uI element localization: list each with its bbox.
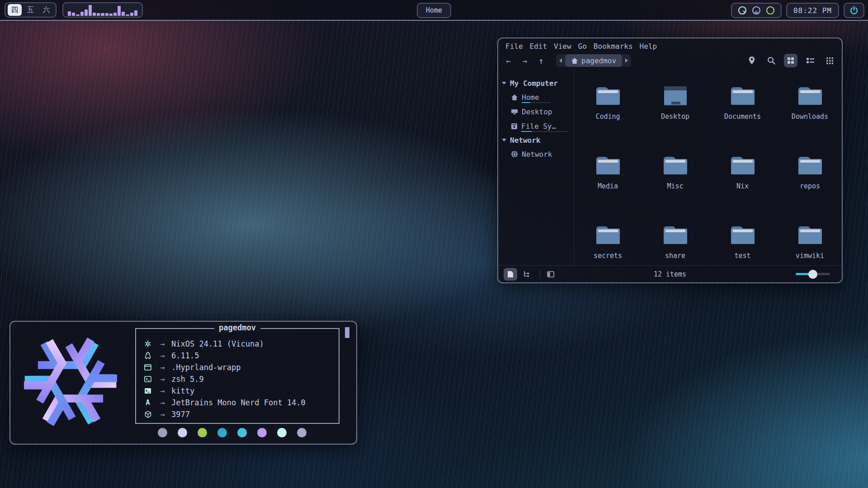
os-value: NixOS 24.11 (Vicuna) <box>171 339 264 348</box>
breadcrumb-home-segment[interactable]: pagedmov <box>565 54 622 67</box>
top-bar: 四 五 六 Home 08:22 PM <box>0 0 868 21</box>
folder-icon <box>797 84 823 106</box>
separator <box>540 270 540 279</box>
palette-dot <box>277 428 287 437</box>
folder-item-nix[interactable]: Nix <box>709 152 776 222</box>
globe-icon <box>511 150 518 158</box>
thumbnail-view-button[interactable] <box>823 54 836 67</box>
icon-view-button[interactable] <box>784 54 797 67</box>
wm-window-icon <box>142 364 153 371</box>
menu-item-help[interactable]: Help <box>640 42 657 51</box>
arrow-icon: → <box>153 351 171 360</box>
folder-item-repos[interactable]: repos <box>776 152 842 222</box>
nixos-logo <box>24 335 117 428</box>
folder-icon <box>797 224 823 245</box>
sidebar: My Computer Home Desktop File Sy… <box>498 69 574 265</box>
terminal-window: pagedmov → NixOS 24.11 (Vicuna) → 6.11.5 <box>9 321 357 445</box>
sidebar-item-network[interactable]: Network <box>498 147 574 161</box>
font-value: JetBrains Mono Nerd Font 14.0 <box>171 398 306 407</box>
sidebar-item-home[interactable]: Home <box>498 90 574 104</box>
folder-item-coding[interactable]: Coding <box>574 83 642 152</box>
folder-item-documents[interactable]: Documents <box>709 83 776 152</box>
workspace-button-4[interactable]: 四 <box>8 4 22 16</box>
packages-value: 3977 <box>171 410 190 419</box>
usage-circle-icon <box>765 5 775 15</box>
file-manager-window: File Edit View Go Bookmarks Help ← → ↑ p… <box>497 38 843 283</box>
dots-grid-icon <box>826 57 833 64</box>
search-icon <box>767 56 775 65</box>
terminal-icon <box>142 388 153 394</box>
list-icon <box>807 57 814 64</box>
folder-icon <box>595 154 621 176</box>
sidebar-section-network[interactable]: Network <box>498 133 574 147</box>
search-button[interactable] <box>764 54 778 67</box>
arrow-icon: → <box>153 339 171 348</box>
usage-indicators <box>731 3 782 18</box>
breadcrumb-next-button[interactable] <box>622 54 631 67</box>
folder-label: Desktop <box>661 113 689 121</box>
power-icon <box>849 6 859 15</box>
sidebar-item-label: Desktop <box>522 108 552 116</box>
workspace-button-6[interactable]: 六 <box>39 4 53 16</box>
chevron-left-icon <box>559 58 562 63</box>
folder-icon <box>797 154 823 176</box>
breadcrumb-prev-button[interactable] <box>556 54 565 67</box>
menu-item-go[interactable]: Go <box>578 42 587 51</box>
kernel-penguin-icon <box>142 352 153 359</box>
palette-dot <box>198 428 207 437</box>
up-button[interactable]: ↑ <box>536 56 546 66</box>
menu-item-file[interactable]: File <box>505 42 523 51</box>
folder-label: Downloads <box>792 113 828 121</box>
folder-label: share <box>665 252 685 260</box>
kernel-value: 6.11.5 <box>171 351 199 360</box>
collapse-triangle-icon <box>502 82 506 84</box>
menu-item-view[interactable]: View <box>554 42 571 51</box>
document-icon <box>507 271 514 278</box>
menu-bar: File Edit View Go Bookmarks Help <box>498 38 842 52</box>
terminal-value: kitty <box>171 386 194 395</box>
color-palette <box>158 428 307 437</box>
folder-label: Documents <box>724 113 761 121</box>
back-button[interactable]: ← <box>504 56 514 66</box>
folder-item-share[interactable]: share <box>642 222 709 265</box>
arrow-icon: → <box>153 398 171 407</box>
places-panel-button[interactable] <box>504 268 517 281</box>
tree-panel-button[interactable] <box>520 268 533 281</box>
folder-item-downloads[interactable]: Downloads <box>776 83 842 152</box>
places-pin-button[interactable] <box>745 54 759 67</box>
folder-item-desktop[interactable]: Desktop <box>642 83 709 152</box>
compact-view-button[interactable] <box>803 54 817 67</box>
home-icon <box>511 94 518 101</box>
sidebar-toggle-icon <box>547 271 554 277</box>
file-grid: CodingDesktopDocumentsDownloadsMediaMisc… <box>574 69 842 265</box>
status-bar: 12 items <box>498 265 842 282</box>
folder-icon <box>730 224 756 245</box>
menu-item-bookmarks[interactable]: Bookmarks <box>594 42 633 51</box>
sidebar-item-desktop[interactable]: Desktop <box>498 104 574 119</box>
folder-icon <box>662 154 689 176</box>
folder-item-secrets[interactable]: secrets <box>574 222 642 265</box>
folder-item-test[interactable]: test <box>709 222 776 265</box>
toggle-sidebar-button[interactable] <box>544 268 557 281</box>
folder-label: Nix <box>736 182 749 190</box>
menu-item-edit[interactable]: Edit <box>530 42 547 51</box>
sidebar-section-my-computer[interactable]: My Computer <box>498 76 574 90</box>
sidebar-item-filesystem[interactable]: File Sy… <box>498 119 574 133</box>
arrow-icon: → <box>153 363 171 372</box>
folder-icon <box>730 84 756 106</box>
home-icon <box>571 57 578 64</box>
info-row-wm: → .Hyprland-wrapp <box>142 361 339 373</box>
tree-icon <box>523 271 530 278</box>
folder-label: repos <box>800 182 820 190</box>
clock: 08:22 PM <box>786 3 839 18</box>
arrow-icon: → <box>153 386 171 395</box>
power-button[interactable] <box>844 3 864 18</box>
zoom-slider-handle[interactable] <box>808 270 817 279</box>
forward-button[interactable]: → <box>520 56 530 66</box>
folder-item-vimwiki[interactable]: vimwiki <box>776 222 842 265</box>
audio-visualizer-module <box>62 2 143 18</box>
folder-item-media[interactable]: Media <box>574 152 642 222</box>
zoom-slider[interactable] <box>796 273 830 275</box>
folder-item-misc[interactable]: Misc <box>642 152 709 222</box>
workspace-button-5[interactable]: 五 <box>24 4 38 16</box>
